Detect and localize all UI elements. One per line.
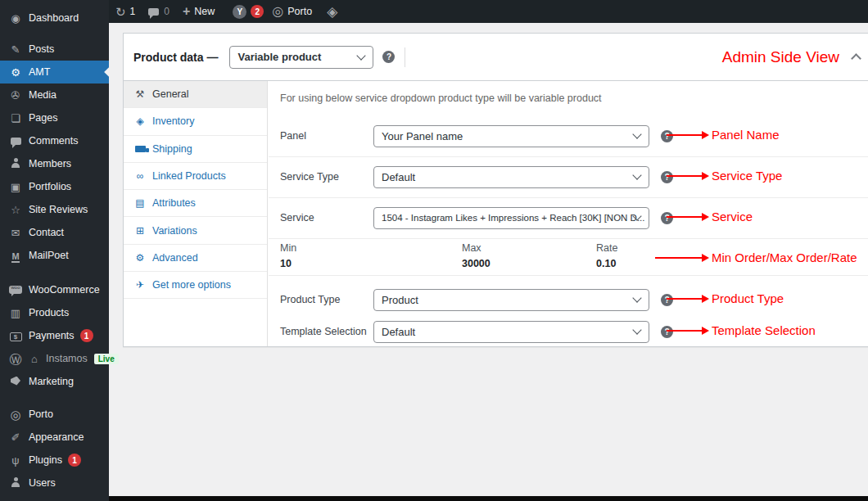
tab-label: Attributes — [152, 197, 196, 209]
sidebar-item-payments[interactable]: $ Payments 1 — [0, 324, 109, 347]
live-badge: Live — [94, 354, 119, 364]
topbar-porto[interactable]: ◎ Porto — [272, 5, 312, 18]
template-selection-label: Template Selection — [280, 326, 373, 337]
gem-icon: ◈ — [327, 5, 337, 19]
product-type-select-value: Variable product — [237, 51, 321, 63]
sidebar-item-posts[interactable]: ✎ Posts — [0, 38, 109, 61]
topbar-comments[interactable]: 0 — [148, 6, 170, 17]
wrench-icon: ⚒ — [133, 89, 147, 99]
sidebar-label: Payments — [29, 330, 75, 341]
tab-linked-products[interactable]: ∞ Linked Products — [124, 163, 267, 190]
sidebar-item-appearance[interactable]: ✐ Appearance — [0, 426, 109, 449]
grid-icon: ⊞ — [133, 226, 147, 236]
payments-icon: $ — [8, 330, 23, 342]
annotation-arrow — [655, 257, 702, 259]
admin-side-view-annotation: Admin Side View — [722, 48, 839, 66]
tab-variations[interactable]: ⊞ Variations — [124, 217, 267, 244]
pushpin-icon: ✎ — [8, 44, 23, 55]
yoast-notification-badge: 2 — [251, 5, 264, 18]
product-type-select[interactable]: Variable product — [229, 46, 373, 69]
product-data-title: Product data — — [133, 51, 218, 64]
gear-icon: ⚙ — [133, 253, 147, 263]
sidebar-item-woocommerce[interactable]: WooCommerce — [0, 278, 109, 301]
sidebar-item-media[interactable]: ✇ Media — [0, 84, 109, 106]
service-type-select[interactable]: Default — [373, 166, 649, 188]
sidebar-label: Site Reviews — [29, 204, 88, 215]
tab-label: General — [152, 88, 188, 100]
sidebar-item-products[interactable]: ▥ Products — [0, 301, 109, 324]
help-icon[interactable]: ? — [382, 51, 395, 63]
sidebar-item-comments[interactable]: Comments — [0, 129, 109, 152]
min-value: 10 — [280, 258, 292, 269]
metabox-collapse-chevron-icon[interactable] — [851, 53, 861, 64]
help-icon[interactable]: ? — [661, 212, 673, 224]
sidebar-item-contact[interactable]: ✉ Contact — [0, 221, 109, 244]
rate-value: 0.10 — [596, 258, 616, 269]
sidebar-item-members[interactable]: Members — [0, 152, 109, 175]
sidebar-item-amt[interactable]: ⚙ AMT — [0, 61, 109, 84]
payments-badge: 1 — [80, 329, 93, 342]
sidebar-label: Products — [29, 307, 69, 318]
topbar-yoast[interactable]: Y 2 — [233, 5, 264, 19]
topbar-new[interactable]: + New — [183, 5, 215, 18]
truck-icon — [133, 144, 147, 154]
service-select-value: 1504 - Instagram Likes + Impressions + R… — [382, 213, 645, 223]
sidebar-item-mailpoet[interactable]: M MailPoet — [0, 244, 109, 267]
comments-count: 0 — [164, 6, 170, 17]
plug-icon: ψ — [8, 455, 23, 466]
tab-label: Shipping — [152, 143, 192, 155]
sidebar-item-pages[interactable]: ❏ Pages — [0, 106, 109, 129]
sidebar-item-plugins[interactable]: ψ Plugins 1 — [0, 449, 109, 472]
rate-header: Rate — [596, 242, 617, 254]
panel-select[interactable]: Your Panel name — [373, 125, 649, 147]
topbar-updates[interactable]: ↻ 1 — [115, 6, 135, 18]
sidebar-item-site-instamos[interactable]: Ⓦ ⌂ Instamos Live — [0, 347, 109, 370]
admin-top-bar: ↻ 1 0 + New Y 2 ◎ Porto ◈ — [109, 0, 868, 23]
porto-label: Porto — [287, 6, 312, 17]
service-row: Service 1504 - Instagram Likes + Impress… — [269, 197, 868, 238]
sidebar-label: Porto — [29, 408, 53, 420]
service-label: Service — [280, 212, 373, 223]
wordpress-logo-icon: Ⓦ — [8, 353, 23, 365]
sidebar-item-porto[interactable]: ◎ Porto — [0, 403, 109, 426]
product-type-field-value: Product — [382, 294, 418, 306]
sidebar-item-dashboard[interactable]: ◉ Dashboard — [0, 7, 109, 29]
help-icon[interactable]: ? — [661, 171, 673, 183]
variable-product-info-text: For using below service dropdown product… — [280, 93, 602, 104]
tab-get-more-options[interactable]: ✈ Get more options — [124, 272, 267, 299]
template-selection-select[interactable]: Default — [373, 321, 649, 343]
product-type-annotation: Product Type — [712, 291, 784, 305]
sidebar-item-users[interactable]: Users — [0, 472, 109, 494]
envelope-icon: ✉ — [8, 228, 23, 238]
sidebar-item-marketing[interactable]: Marketing — [0, 370, 109, 393]
header-divider — [405, 47, 405, 67]
mailpoet-icon: M — [8, 250, 23, 261]
max-header: Max — [462, 242, 481, 254]
help-icon[interactable]: ? — [661, 130, 673, 142]
tab-label: Variations — [152, 225, 197, 237]
service-annotation: Service — [712, 210, 753, 223]
topbar-gem[interactable]: ◈ — [327, 5, 337, 19]
admin-sidebar: ◉ Dashboard ✎ Posts ⚙ AMT ✇ Media ❏ Page… — [0, 0, 109, 501]
tab-label: Get more options — [152, 279, 231, 291]
porto-icon: ◎ — [272, 5, 283, 18]
help-icon[interactable]: ? — [661, 326, 673, 338]
list-icon: ▤ — [133, 198, 147, 208]
service-select[interactable]: 1504 - Instagram Likes + Impressions + R… — [373, 207, 649, 229]
updates-count: 1 — [130, 6, 136, 17]
tab-advanced[interactable]: ⚙ Advanced — [124, 245, 267, 272]
inventory-tag-icon: ◈ — [133, 116, 147, 126]
sidebar-item-site-reviews[interactable]: ☆ Site Reviews — [0, 198, 109, 221]
new-label: New — [194, 6, 215, 17]
sidebar-label: Marketing — [29, 376, 74, 387]
tab-inventory[interactable]: ◈ Inventory — [124, 108, 267, 135]
tab-shipping[interactable]: Shipping — [124, 136, 267, 163]
sidebar-label: Plugins — [29, 454, 62, 466]
product-data-header: Product data — Variable product ? Admin … — [124, 34, 868, 81]
tab-attributes[interactable]: ▤ Attributes — [124, 190, 267, 217]
product-type-field-select[interactable]: Product — [373, 289, 649, 311]
sidebar-item-portfolios[interactable]: ▣ Portfolios — [0, 175, 109, 198]
tab-label: Inventory — [152, 115, 194, 127]
tab-general[interactable]: ⚒ General — [124, 81, 267, 108]
help-icon[interactable]: ? — [661, 294, 673, 306]
